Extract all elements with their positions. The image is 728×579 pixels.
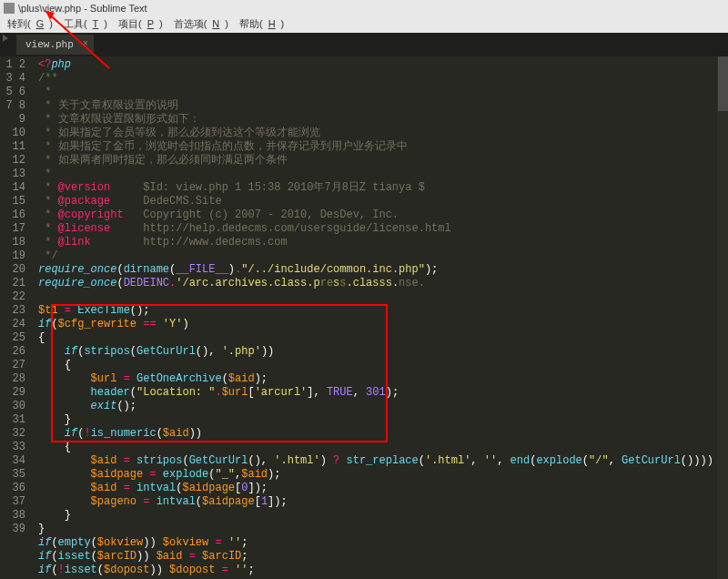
- code-line: if($cfg_rewrite == 'Y'): [38, 318, 717, 331]
- close-icon[interactable]: ×: [83, 39, 88, 49]
- code-line: require_once(dirname(__FILE__)."/../incl…: [38, 263, 717, 277]
- code-line: *: [38, 168, 717, 181]
- code-line: $url = GetOneArchive($aid);: [38, 372, 717, 386]
- window-title: \plus\view.php - Sublime Text: [18, 0, 147, 16]
- sidebar-toggle-icon[interactable]: [3, 35, 8, 42]
- code-line: * 如果指定了会员等级，那么必须到达这个等级才能浏览: [38, 127, 717, 140]
- code-line: if(empty($okview)) $okview = '';: [38, 536, 717, 550]
- menu-item[interactable]: 项目(P): [113, 16, 168, 33]
- code-line: * @version $Id: view.php 1 15:38 2010年7月…: [38, 181, 717, 195]
- code-line: * 文章权限设置限制形式如下：: [38, 113, 717, 127]
- code-line: * @link http://www.dedecms.com: [38, 236, 717, 249]
- line-gutter: 1 2 3 4 5 6 7 8 9 10 11 12 13 14 15 16 1…: [0, 56, 33, 579]
- code-line: header("Location: ".$url['arcurl'], TRUE…: [38, 386, 717, 400]
- code-line: $pageno = intval($aidpage[1]);: [38, 495, 717, 509]
- code-line: * @copyright Copyright (c) 2007 - 2010, …: [38, 208, 717, 222]
- menu-bar: 转到(G)工具(T)项目(P)首选项(N)帮助(H): [0, 16, 728, 33]
- file-tab[interactable]: view.php ×: [16, 35, 94, 55]
- code-line: $aid = intval($aidpage[0]);: [38, 482, 717, 495]
- code-line: if(stripos(GetCurUrl(), '.php')): [38, 345, 717, 359]
- code-line: [38, 290, 717, 304]
- code-line: {: [38, 331, 717, 345]
- code-line: * @package DedeCMS.Site: [38, 195, 717, 208]
- code-line: }: [38, 523, 717, 536]
- code-line: */: [38, 249, 717, 263]
- code-line: * @license http://help.dedecms.com/users…: [38, 222, 717, 236]
- code-line: }: [38, 509, 717, 523]
- code-line: *: [38, 86, 717, 99]
- tab-label: view.php: [25, 39, 74, 50]
- code-line: if(isset($arcID)) $aid = $arcID;: [38, 550, 717, 564]
- menu-item[interactable]: 首选项(N): [168, 16, 234, 33]
- window-titlebar: \plus\view.php - Sublime Text: [0, 0, 728, 16]
- code-line: exit();: [38, 400, 717, 413]
- editor-area: 1 2 3 4 5 6 7 8 9 10 11 12 13 14 15 16 1…: [0, 56, 728, 579]
- code-line: * 如果两者同时指定，那么必须同时满足两个条件: [38, 154, 717, 168]
- code-view[interactable]: <?php/** * * 关于文章权限设置的说明 * 文章权限设置限制形式如下：…: [33, 56, 717, 579]
- minimap-scroll-indicator[interactable]: [718, 56, 728, 111]
- code-line: }: [38, 413, 717, 427]
- code-line: $aidpage = explode("_",$aid);: [38, 468, 717, 482]
- code-line: * 关于文章权限设置的说明: [38, 99, 717, 113]
- code-line: {: [38, 441, 717, 454]
- menu-item[interactable]: 帮助(H): [234, 16, 289, 33]
- code-line: require_once(DEDEINC.'/arc.archives.clas…: [38, 277, 717, 290]
- code-line: {: [38, 359, 717, 372]
- minimap[interactable]: [717, 56, 728, 579]
- code-line: <?php: [38, 58, 717, 72]
- app-icon: [4, 3, 15, 14]
- code-line: $t1 = ExecTime();: [38, 304, 717, 318]
- code-line: $aid = stripos(GetCurUrl(), '.html') ? s…: [38, 454, 717, 468]
- menu-item[interactable]: 工具(T): [58, 16, 113, 33]
- menu-item[interactable]: 转到(G): [2, 16, 58, 33]
- code-line: /**: [38, 72, 717, 86]
- tab-bar: view.php ×: [0, 33, 728, 56]
- code-line: * 如果指定了金币，浏览时会扣指点的点数，并保存记录到用户业务记录中: [38, 140, 717, 154]
- code-line: if(!isset($dopost)) $dopost = '';: [38, 564, 717, 577]
- code-line: if(!is_numeric($aid)): [38, 427, 717, 441]
